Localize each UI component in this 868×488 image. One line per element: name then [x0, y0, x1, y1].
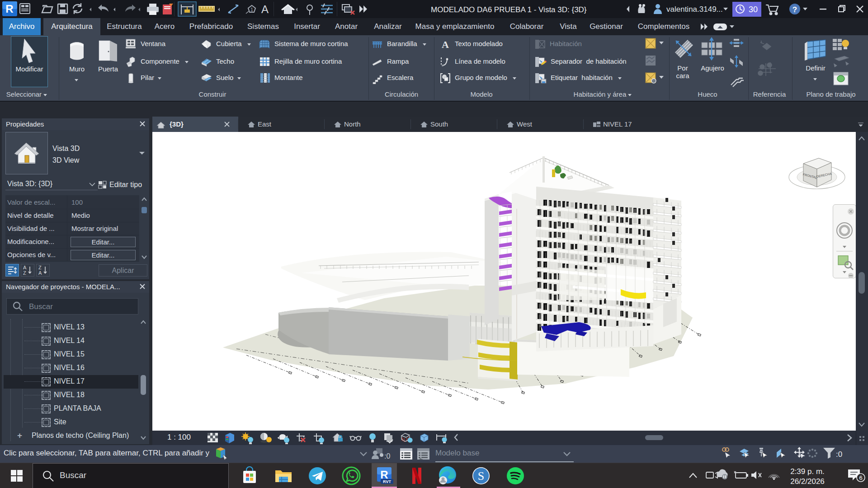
svg-text::0: :0	[384, 452, 390, 460]
svg-text:Z: Z	[23, 270, 26, 276]
svg-text:A: A	[261, 3, 269, 15]
svg-text:Z: Z	[38, 265, 42, 270]
svg-text:?: ?	[793, 5, 797, 14]
svg-text:A: A	[38, 270, 42, 276]
svg-text:MODELADO DA6 PRUEBA 1 - Vista: MODELADO DA6 PRUEBA 1 - Vista 3D: {3D}	[431, 5, 587, 14]
svg-text:valentina.3149...: valentina.3149...	[666, 5, 723, 14]
svg-text:A: A	[23, 265, 27, 270]
svg-text:S: S	[478, 469, 484, 483]
svg-text:2:39 p. m.: 2:39 p. m.	[790, 467, 825, 476]
svg-text:RVT: RVT	[383, 479, 391, 484]
svg-text:1: 1	[250, 7, 253, 12]
svg-text:30: 30	[749, 5, 758, 14]
svg-text:26/2/2026: 26/2/2026	[790, 477, 825, 486]
svg-text:6: 6	[859, 474, 862, 481]
svg-text:A: A	[442, 39, 449, 50]
svg-text:R: R	[5, 3, 13, 15]
svg-text:R: R	[380, 469, 388, 481]
svg-text::0: :0	[836, 450, 842, 459]
